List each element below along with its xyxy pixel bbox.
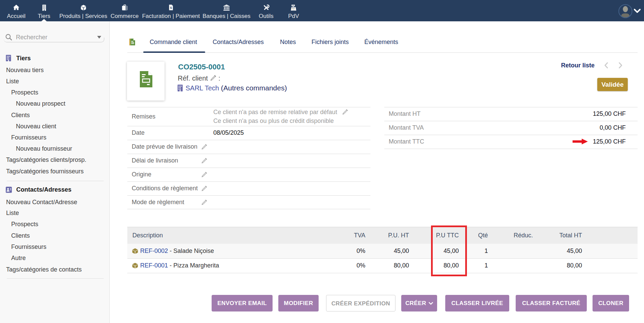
svg-text:$: $: [170, 6, 172, 9]
